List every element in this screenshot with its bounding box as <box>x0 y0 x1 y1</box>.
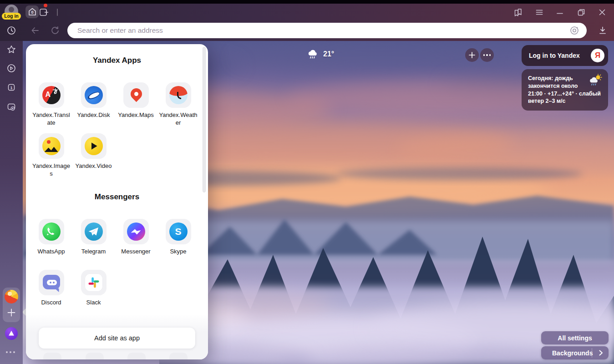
partial-tile <box>127 353 146 359</box>
video-button[interactable] <box>6 63 16 73</box>
window-top-edge <box>0 0 614 4</box>
screenshot-button[interactable] <box>6 102 16 112</box>
address-bar[interactable] <box>67 23 587 38</box>
login-to-yandex-card[interactable]: Log in to Yandex Я <box>522 45 608 66</box>
restore-icon <box>576 7 586 17</box>
sun-rain-cloud-icon <box>587 74 603 87</box>
skype-s-glyph: S <box>175 226 181 237</box>
close-icon <box>597 7 607 17</box>
downloads-icon <box>597 25 608 36</box>
yandex-logo: Я <box>591 49 604 62</box>
close-button[interactable] <box>597 7 608 18</box>
plus-icon <box>468 51 476 59</box>
downloads-button[interactable] <box>597 25 608 36</box>
weather-forecast-card[interactable]: Сегодня: дождь закончится около 21:00 · … <box>522 69 608 111</box>
tab-strip-divider <box>57 9 58 16</box>
screenshot-camera-icon <box>6 102 16 112</box>
weather-widget[interactable]: 21° <box>306 48 334 60</box>
yandex-browser-logo[interactable] <box>5 290 18 303</box>
app-label: Yandex.Disk <box>77 111 110 119</box>
tabs-count: 1 <box>10 86 12 90</box>
login-badge[interactable]: Log in <box>2 13 21 20</box>
tabs-button[interactable]: 1 <box>6 82 16 92</box>
all-settings-label: All settings <box>558 334 592 342</box>
home-tab-icon: 0 <box>27 7 37 17</box>
yandex-translate-icon: A <box>42 86 61 104</box>
app-label: Skype <box>170 248 186 256</box>
alice-assistant-button[interactable] <box>5 327 18 340</box>
more-widget-button[interactable] <box>480 48 494 62</box>
latin-a-glyph: A <box>46 91 51 99</box>
home-tab[interactable]: 0 <box>25 5 39 18</box>
add-site-as-app-button[interactable]: Add site as app <box>39 328 195 349</box>
tab-counter: 0 <box>31 10 33 15</box>
app-label: Telegram <box>81 248 106 256</box>
sidebar-more-button[interactable] <box>6 351 17 355</box>
side-panels-icon <box>513 7 523 17</box>
add-panel-plus-icon <box>6 308 16 318</box>
refresh-button[interactable] <box>50 25 61 36</box>
side-panels-button[interactable] <box>513 7 523 18</box>
address-input[interactable] <box>77 26 568 35</box>
minimize-icon <box>555 7 565 17</box>
app-tile-telegram[interactable]: Telegram <box>72 219 115 270</box>
app-label: Discord <box>41 299 61 307</box>
tabs-badge-icon: 1 <box>6 82 16 92</box>
chevron-right-icon <box>599 350 603 357</box>
notification-dot <box>44 4 47 7</box>
image-search-button[interactable] <box>568 24 581 37</box>
section-title-messengers: Messengers <box>26 192 208 202</box>
app-tile-whatsapp[interactable]: WhatsApp <box>30 219 72 270</box>
app-tile-discord[interactable]: Discord <box>30 270 72 321</box>
refresh-icon <box>50 25 60 35</box>
alice-assistant-icon <box>8 330 15 336</box>
app-tile-yandex-images[interactable]: Yandex.Images <box>30 133 72 184</box>
app-tile-slack[interactable]: Slack <box>72 270 115 321</box>
yandex-maps-icon <box>127 86 145 104</box>
discord-icon <box>42 274 61 291</box>
history-button[interactable] <box>6 25 16 35</box>
partial-tile <box>169 353 188 359</box>
partial-tile <box>86 353 104 359</box>
app-tile-yandex-disk[interactable]: Yandex.Disk <box>72 82 115 133</box>
restore-button[interactable] <box>576 7 587 18</box>
backgrounds-button[interactable]: Backgrounds <box>541 346 609 359</box>
add-panel-button[interactable] <box>6 308 16 318</box>
menu-icon <box>534 7 544 17</box>
app-label: Yandex.Weather <box>158 111 198 127</box>
all-settings-button[interactable]: All settings <box>541 331 609 344</box>
whatsapp-icon <box>42 222 61 241</box>
app-tile-yandex-maps[interactable]: Yandex.Maps <box>115 82 157 133</box>
panel-scrollbar[interactable] <box>203 47 206 192</box>
add-widget-button[interactable] <box>465 48 479 62</box>
bookmarks-button[interactable] <box>6 45 16 55</box>
kana-a-glyph <box>52 88 59 95</box>
app-tile-messenger[interactable]: Messenger <box>115 219 157 270</box>
skype-icon: S <box>169 222 188 241</box>
app-label: WhatsApp <box>38 248 65 256</box>
app-tile-yandex-weather[interactable]: Yandex.Weather <box>157 82 199 133</box>
new-tab-button[interactable] <box>39 7 50 18</box>
yandex-weather-icon <box>169 86 188 104</box>
app-label: Yandex.Translate <box>31 111 71 127</box>
app-tile-yandex-video[interactable]: Yandex.Video <box>72 133 115 184</box>
login-card-label: Log in to Yandex <box>529 52 580 59</box>
app-label: Yandex.Maps <box>118 111 154 119</box>
history-clock-icon <box>6 25 16 35</box>
slack-icon <box>85 273 103 292</box>
apps-panel: Yandex Apps A Yandex.Translate <box>26 44 208 359</box>
play-circle-icon <box>6 63 16 73</box>
section-title-yandex-apps: Yandex Apps <box>26 56 208 65</box>
ellipsis-icon <box>483 54 491 56</box>
image-search-icon <box>569 25 580 36</box>
app-label: Messenger <box>121 248 150 256</box>
app-label: Slack <box>86 299 101 307</box>
app-tile-skype[interactable]: S Skype <box>157 219 199 270</box>
app-tile-yandex-translate[interactable]: A Yandex.Translate <box>30 82 72 133</box>
minimize-button[interactable] <box>554 7 565 18</box>
bookmarks-star-icon <box>6 45 16 55</box>
back-button[interactable] <box>30 25 41 36</box>
yandex-apps-grid: A Yandex.Translate Yandex.Disk <box>26 82 208 184</box>
menu-button[interactable] <box>534 7 545 18</box>
messenger-icon <box>127 222 145 241</box>
